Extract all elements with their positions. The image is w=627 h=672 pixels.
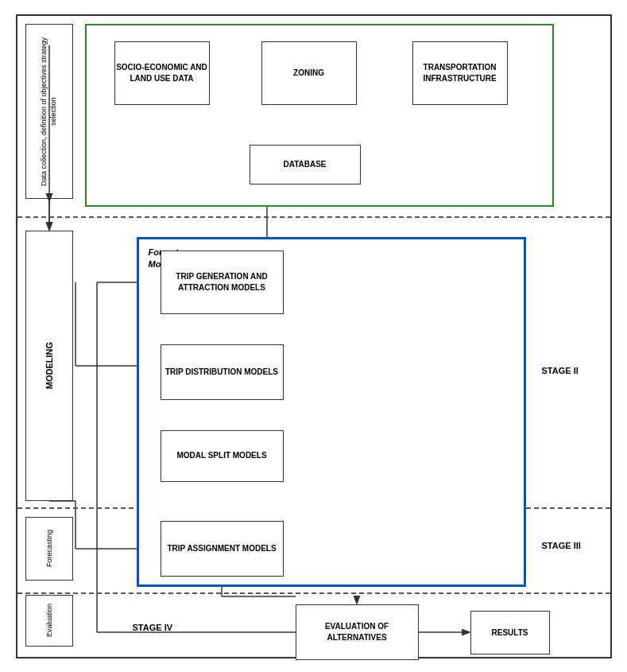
zoning-box: ZONING (261, 41, 357, 105)
transport-box: TRANSPORTATION INFRASTRUCTURE (412, 41, 508, 105)
main-diagram: Data collection, definition of objective… (16, 14, 612, 658)
evaluation-region: Evaluation (25, 595, 73, 647)
evaluation-label: Evaluation (45, 604, 53, 637)
database-box: DATABASE (250, 145, 361, 185)
modeling-label: MODELING (45, 342, 54, 389)
modal-split-box: MODAL SPLIT MODELS (161, 430, 284, 482)
results-box: RESULTS (470, 611, 550, 655)
trip-assignment-box: TRIP ASSIGNMENT MODELS (161, 521, 284, 577)
stage4-label: STAGE IV (133, 623, 173, 632)
trip-distribution-box: TRIP DISTRIBUTION MODELS (161, 344, 284, 400)
forecasting-region: Forecasting (25, 517, 73, 581)
forecasting-label: Forecasting (45, 530, 53, 567)
green-section: SOCIO-ECONOMIC AND LAND USE DATA ZONING … (85, 24, 554, 207)
trip-generation-box: TRIP GENERATION AND ATTRACTION MODELS (161, 251, 284, 314)
dashed-line-1 (17, 216, 610, 218)
socioeconomic-box: SOCIO-ECONOMIC AND LAND USE DATA (114, 41, 210, 105)
evaluation-alternatives-box: EVALUATION OF ALTERNATIVES (296, 604, 419, 660)
stage3-label: STAGE III (542, 541, 581, 550)
dashed-line-3 (17, 592, 610, 594)
stage2-label: STAGE II (542, 366, 579, 375)
modeling-region: MODELING (25, 231, 73, 501)
datacollection-region: Data collection, definition of objective… (25, 24, 73, 199)
datacollection-label: Data collection, definition of objective… (40, 25, 58, 198)
